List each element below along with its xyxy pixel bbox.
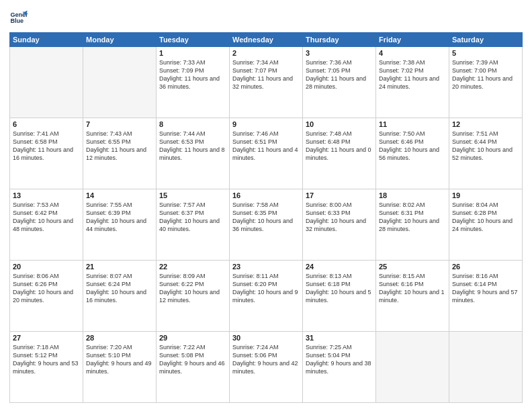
calendar-day-header: Wednesday [230,33,303,47]
calendar-cell: 20Sunrise: 8:06 AM Sunset: 6:26 PM Dayli… [10,261,83,332]
calendar-cell: 10Sunrise: 7:48 AM Sunset: 6:48 PM Dayli… [303,118,376,189]
calendar-cell: 22Sunrise: 8:09 AM Sunset: 6:22 PM Dayli… [157,261,230,332]
day-number: 20 [13,263,80,271]
calendar-day-header: Tuesday [157,33,230,47]
calendar-cell: 2Sunrise: 7:34 AM Sunset: 7:07 PM Daylig… [230,47,303,118]
calendar-cell: 24Sunrise: 8:13 AM Sunset: 6:18 PM Dayli… [303,261,376,332]
svg-text:Blue: Blue [10,17,24,24]
calendar-cell: 17Sunrise: 8:00 AM Sunset: 6:33 PM Dayli… [303,189,376,261]
calendar-day-header: Sunday [10,33,83,47]
day-number: 14 [86,191,153,199]
day-number: 1 [159,49,226,57]
cell-info: Sunrise: 8:16 AM Sunset: 6:14 PM Dayligh… [452,272,519,305]
day-number: 8 [159,120,226,128]
calendar-header-row: SundayMondayTuesdayWednesdayThursdayFrid… [10,33,523,47]
cell-info: Sunrise: 8:13 AM Sunset: 6:18 PM Dayligh… [306,272,373,305]
calendar-week-row: 20Sunrise: 8:06 AM Sunset: 6:26 PM Dayli… [10,261,523,332]
calendar-cell: 16Sunrise: 7:58 AM Sunset: 6:35 PM Dayli… [230,189,303,261]
cell-info: Sunrise: 7:22 AM Sunset: 5:08 PM Dayligh… [159,343,226,376]
calendar-cell [83,47,157,118]
calendar-table: SundayMondayTuesdayWednesdayThursdayFrid… [9,32,523,403]
calendar-cell: 29Sunrise: 7:22 AM Sunset: 5:08 PM Dayli… [157,332,230,403]
day-number: 12 [452,120,519,128]
day-number: 9 [232,120,300,128]
calendar-cell: 23Sunrise: 8:11 AM Sunset: 6:20 PM Dayli… [230,261,303,332]
header: General Blue [9,8,523,27]
calendar-cell: 11Sunrise: 7:50 AM Sunset: 6:46 PM Dayli… [376,118,449,189]
cell-info: Sunrise: 7:38 AM Sunset: 7:02 PM Dayligh… [379,58,446,91]
cell-info: Sunrise: 7:36 AM Sunset: 7:05 PM Dayligh… [306,58,373,91]
calendar-cell: 12Sunrise: 7:51 AM Sunset: 6:44 PM Dayli… [449,118,523,189]
day-number: 17 [306,191,373,199]
day-number: 21 [86,263,153,271]
calendar-cell: 21Sunrise: 8:07 AM Sunset: 6:24 PM Dayli… [83,261,157,332]
cell-info: Sunrise: 7:34 AM Sunset: 7:07 PM Dayligh… [232,58,300,91]
calendar-cell: 9Sunrise: 7:46 AM Sunset: 6:51 PM Daylig… [230,118,303,189]
cell-info: Sunrise: 7:46 AM Sunset: 6:51 PM Dayligh… [232,130,300,163]
day-number: 10 [306,120,373,128]
calendar-cell [449,332,523,403]
day-number: 2 [232,49,300,57]
cell-info: Sunrise: 8:06 AM Sunset: 6:26 PM Dayligh… [13,272,80,305]
cell-info: Sunrise: 8:15 AM Sunset: 6:16 PM Dayligh… [379,272,446,305]
cell-info: Sunrise: 7:48 AM Sunset: 6:48 PM Dayligh… [306,130,373,163]
calendar-cell: 6Sunrise: 7:41 AM Sunset: 6:58 PM Daylig… [10,118,83,189]
cell-info: Sunrise: 7:33 AM Sunset: 7:09 PM Dayligh… [159,58,226,91]
calendar-cell: 4Sunrise: 7:38 AM Sunset: 7:02 PM Daylig… [376,47,449,118]
cell-info: Sunrise: 7:58 AM Sunset: 6:35 PM Dayligh… [232,201,300,234]
calendar-cell: 27Sunrise: 7:18 AM Sunset: 5:12 PM Dayli… [10,332,83,403]
cell-info: Sunrise: 8:07 AM Sunset: 6:24 PM Dayligh… [86,272,153,305]
cell-info: Sunrise: 7:50 AM Sunset: 6:46 PM Dayligh… [379,130,446,163]
cell-info: Sunrise: 7:18 AM Sunset: 5:12 PM Dayligh… [13,343,80,376]
calendar-cell: 13Sunrise: 7:53 AM Sunset: 6:42 PM Dayli… [10,189,83,261]
cell-info: Sunrise: 7:24 AM Sunset: 5:06 PM Dayligh… [232,343,300,376]
day-number: 24 [306,263,373,271]
day-number: 25 [379,263,446,271]
calendar-cell: 28Sunrise: 7:20 AM Sunset: 5:10 PM Dayli… [83,332,157,403]
calendar-cell: 3Sunrise: 7:36 AM Sunset: 7:05 PM Daylig… [303,47,376,118]
day-number: 4 [379,49,446,57]
calendar-cell: 14Sunrise: 7:55 AM Sunset: 6:39 PM Dayli… [83,189,157,261]
cell-info: Sunrise: 7:39 AM Sunset: 7:00 PM Dayligh… [452,58,519,91]
calendar-cell: 1Sunrise: 7:33 AM Sunset: 7:09 PM Daylig… [157,47,230,118]
day-number: 29 [159,334,226,342]
day-number: 7 [86,120,153,128]
calendar-cell: 19Sunrise: 8:04 AM Sunset: 6:28 PM Dayli… [449,189,523,261]
cell-info: Sunrise: 7:55 AM Sunset: 6:39 PM Dayligh… [86,201,153,234]
cell-info: Sunrise: 7:43 AM Sunset: 6:55 PM Dayligh… [86,130,153,163]
calendar-cell: 30Sunrise: 7:24 AM Sunset: 5:06 PM Dayli… [230,332,303,403]
day-number: 27 [13,334,80,342]
cell-info: Sunrise: 8:04 AM Sunset: 6:28 PM Dayligh… [452,201,519,234]
calendar-cell: 8Sunrise: 7:44 AM Sunset: 6:53 PM Daylig… [157,118,230,189]
day-number: 15 [159,191,226,199]
cell-info: Sunrise: 7:41 AM Sunset: 6:58 PM Dayligh… [13,130,80,163]
calendar-day-header: Thursday [303,33,376,47]
day-number: 11 [379,120,446,128]
calendar-cell: 26Sunrise: 8:16 AM Sunset: 6:14 PM Dayli… [449,261,523,332]
calendar-day-header: Friday [376,33,449,47]
calendar-week-row: 6Sunrise: 7:41 AM Sunset: 6:58 PM Daylig… [10,118,523,189]
cell-info: Sunrise: 8:09 AM Sunset: 6:22 PM Dayligh… [159,272,226,305]
day-number: 19 [452,191,519,199]
calendar-cell [376,332,449,403]
day-number: 3 [306,49,373,57]
day-number: 23 [232,263,300,271]
calendar-cell: 5Sunrise: 7:39 AM Sunset: 7:00 PM Daylig… [449,47,523,118]
day-number: 31 [306,334,373,342]
day-number: 26 [452,263,519,271]
logo-icon: General Blue [9,8,28,27]
day-number: 28 [86,334,153,342]
day-number: 16 [232,191,300,199]
page: General Blue SundayMondayTuesdayWednesda… [0,0,532,411]
calendar-week-row: 27Sunrise: 7:18 AM Sunset: 5:12 PM Dayli… [10,332,523,403]
cell-info: Sunrise: 8:00 AM Sunset: 6:33 PM Dayligh… [306,201,373,234]
calendar-day-header: Monday [83,33,157,47]
cell-info: Sunrise: 7:53 AM Sunset: 6:42 PM Dayligh… [13,201,80,234]
day-number: 6 [13,120,80,128]
day-number: 30 [232,334,300,342]
day-number: 22 [159,263,226,271]
cell-info: Sunrise: 7:51 AM Sunset: 6:44 PM Dayligh… [452,130,519,163]
cell-info: Sunrise: 8:02 AM Sunset: 6:31 PM Dayligh… [379,201,446,234]
calendar-cell: 25Sunrise: 8:15 AM Sunset: 6:16 PM Dayli… [376,261,449,332]
day-number: 18 [379,191,446,199]
